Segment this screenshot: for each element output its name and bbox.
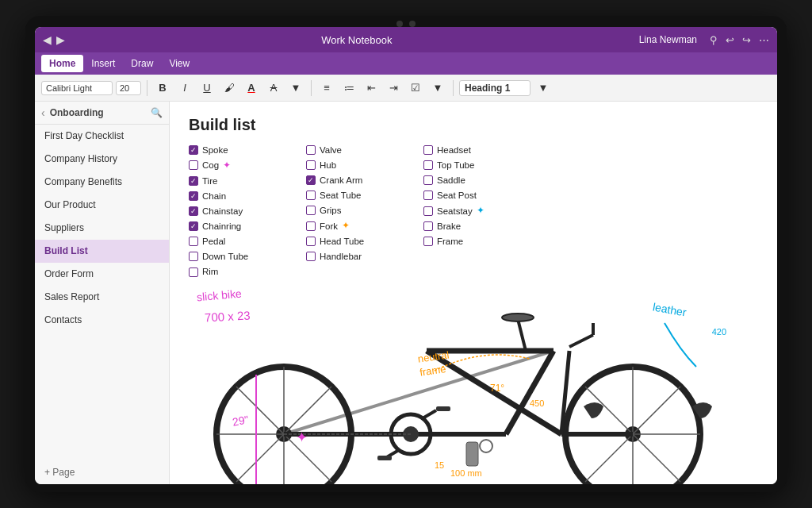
item-label-seatpost: Seat Post	[437, 189, 477, 202]
menu-tab-draw[interactable]: Draw	[123, 55, 161, 72]
bold-button[interactable]: B	[153, 79, 172, 98]
more-icon[interactable]: ⋯	[759, 34, 769, 46]
checkbox-handlebar[interactable]	[306, 252, 316, 261]
checkbox-chain[interactable]: ✓	[189, 191, 198, 201]
list-item[interactable]: Rim	[189, 265, 292, 278]
svg-point-30	[502, 314, 534, 321]
list-item[interactable]: Hub	[306, 159, 409, 171]
titlebar-user: Lina Newman	[639, 34, 697, 45]
item-label-chainring: Chainring	[202, 220, 241, 233]
italic-button[interactable]: I	[175, 79, 194, 98]
list-item[interactable]: Seat Tube	[306, 189, 409, 202]
list-item[interactable]: ✓ Spoke	[189, 144, 292, 156]
item-label-seattube: Seat Tube	[320, 189, 361, 202]
checkbox-chainring[interactable]: ✓	[189, 221, 198, 231]
list-item[interactable]: Seatstay ✦	[423, 204, 527, 217]
list-item[interactable]: Seat Post	[423, 189, 527, 202]
checkbox-headtube[interactable]	[306, 237, 316, 246]
checkbox-seattube[interactable]	[306, 190, 316, 200]
decrease-indent-button[interactable]: ⇤	[362, 79, 381, 98]
font-size[interactable]	[116, 81, 141, 95]
list-item[interactable]: Brake	[423, 220, 527, 233]
sidebar-item-our-product[interactable]: Our Product	[35, 194, 169, 217]
sidebar-item-build-list[interactable]: Build List	[35, 240, 169, 263]
add-page-button[interactable]: + Page	[35, 460, 169, 484]
checkbox-rim[interactable]	[189, 267, 198, 277]
item-label-toptube: Top Tube	[437, 159, 474, 171]
checkbox-saddle[interactable]	[423, 175, 433, 185]
page-content: Build list ✓ Spoke Cog ✦	[170, 102, 777, 484]
list-item[interactable]: ✓ Chain	[189, 190, 292, 202]
list-item[interactable]: Valve	[306, 144, 409, 156]
list-item[interactable]: Down Tube	[189, 250, 292, 263]
checkbox-chainstay[interactable]: ✓	[189, 206, 198, 216]
checkbox-seatpost[interactable]	[423, 190, 433, 200]
list-item[interactable]: Handlebar	[306, 250, 409, 263]
back-button[interactable]: ◀	[43, 33, 52, 46]
item-label-chain: Chain	[202, 190, 226, 202]
list-item[interactable]: Saddle	[423, 174, 527, 187]
titlebar-nav[interactable]: ◀ ▶	[43, 33, 65, 46]
list-item[interactable]: Grips	[306, 204, 409, 217]
checkbox-frame[interactable]	[423, 237, 433, 246]
checkbox-seatstay[interactable]	[423, 206, 433, 216]
sidebar-search-icon[interactable]: 🔍	[151, 107, 163, 118]
style-selector[interactable]: Heading 1	[459, 80, 530, 96]
forward-button[interactable]: ▶	[56, 33, 65, 46]
checkbox-grips[interactable]	[306, 206, 316, 215]
numbered-list-button[interactable]: ≔	[339, 79, 358, 98]
sidebar-item-company-history[interactable]: Company History	[35, 148, 169, 171]
sidebar-item-order-form[interactable]: Order Form	[35, 263, 169, 286]
checkbox-valve[interactable]	[306, 145, 316, 155]
checkbox-hub[interactable]	[306, 160, 316, 170]
checkbox-toptube[interactable]	[423, 160, 433, 170]
checkbox-crankarm[interactable]: ✓	[306, 175, 316, 185]
checkbox-spoke[interactable]: ✓	[189, 145, 198, 155]
item-label-saddle: Saddle	[437, 174, 465, 187]
list-item[interactable]: Pedal	[189, 235, 292, 248]
sidebar-back-icon[interactable]: ‹	[41, 106, 45, 119]
sidebar-item-suppliers[interactable]: Suppliers	[35, 217, 169, 240]
list-item[interactable]: Cog ✦	[189, 159, 292, 172]
checkbox-fork[interactable]	[306, 221, 316, 231]
checkbox-tire[interactable]: ✓	[189, 176, 198, 186]
underline-button[interactable]: U	[197, 79, 216, 98]
sidebar-item-contacts[interactable]: Contacts	[35, 309, 169, 332]
menu-tab-home[interactable]: Home	[41, 55, 83, 72]
checkbox-headset[interactable]	[423, 145, 433, 155]
list-item[interactable]: ✓ Chainring	[189, 220, 292, 233]
checklist-button[interactable]: ☑	[406, 79, 425, 98]
list-item[interactable]: Head Tube	[306, 235, 409, 248]
menu-tab-insert[interactable]: Insert	[83, 55, 123, 72]
search-icon[interactable]: ⚲	[710, 34, 718, 46]
titlebar-icons: ⚲ ↩ ↪ ⋯	[710, 34, 769, 46]
sidebar-item-sales-report[interactable]: Sales Report	[35, 286, 169, 309]
style-dropdown[interactable]: ▼	[534, 79, 553, 98]
list-item[interactable]: ✓ Crank Arm	[306, 174, 409, 187]
list-item[interactable]: Fork ✦	[306, 219, 409, 233]
content-area: ‹ Onboarding 🔍 First Day Checklist Compa…	[35, 102, 777, 484]
checkbox-brake[interactable]	[423, 221, 433, 231]
sidebar-item-company-benefits[interactable]: Company Benefits	[35, 171, 169, 194]
list-item[interactable]: Frame	[423, 235, 527, 248]
highlight-button[interactable]: 🖌	[220, 79, 239, 98]
strikethrough-button[interactable]: A	[264, 79, 283, 98]
bullet-list-button[interactable]: ≡	[317, 79, 336, 98]
sidebar-item-first-day-checklist[interactable]: First Day Checklist	[35, 125, 169, 148]
font-color-button[interactable]: A	[242, 79, 261, 98]
list-item[interactable]: ✓ Chainstay	[189, 205, 292, 217]
svg-line-9	[284, 434, 331, 482]
list-item[interactable]: ✓ Tire	[189, 175, 292, 187]
checkbox-cog[interactable]	[189, 160, 198, 170]
list-dropdown[interactable]: ▼	[428, 79, 447, 98]
checkbox-pedal[interactable]	[189, 237, 198, 246]
format-dropdown[interactable]: ▼	[286, 79, 305, 98]
undo-icon[interactable]: ↩	[726, 34, 734, 46]
checkbox-downtube[interactable]	[189, 252, 198, 261]
list-item[interactable]: Top Tube	[423, 159, 527, 171]
list-item[interactable]: Headset	[423, 144, 527, 156]
font-selector[interactable]	[41, 81, 113, 95]
increase-indent-button[interactable]: ⇥	[384, 79, 403, 98]
menu-tab-view[interactable]: View	[161, 55, 197, 72]
redo-icon[interactable]: ↪	[742, 34, 751, 46]
